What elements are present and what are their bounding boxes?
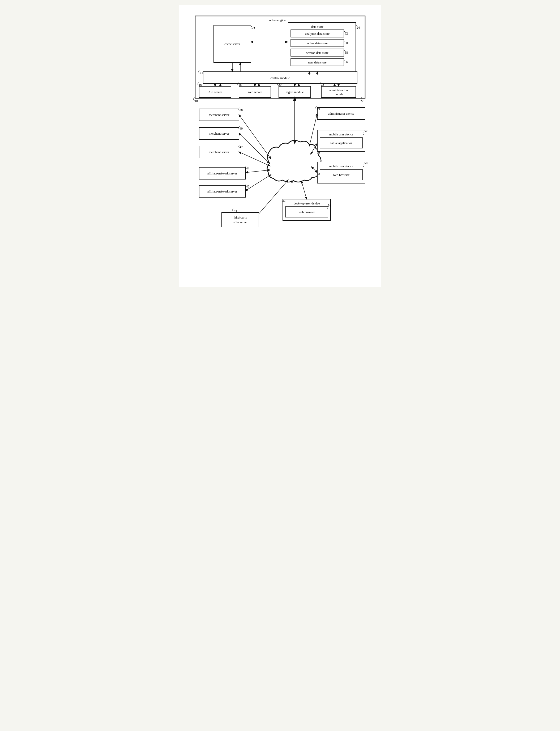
svg-rect-6: [291, 58, 344, 66]
svg-rect-2: [288, 23, 356, 74]
svg-rect-14: [199, 86, 231, 97]
label-52: 52: [364, 129, 367, 133]
svg-rect-27: [199, 109, 239, 121]
label-23: 23: [252, 26, 255, 30]
svg-rect-48: [285, 207, 328, 217]
diagram-svg: 10 12 offers engine cache server 23 data…: [187, 13, 373, 279]
label-10: 10: [195, 99, 198, 103]
web-browser-mobile-label: web browser: [333, 173, 349, 177]
label-36: 36: [317, 107, 320, 110]
web-server-label: web server: [248, 90, 262, 94]
label-32: 32: [282, 199, 285, 203]
svg-rect-34: [199, 185, 246, 197]
thirdparty-label2: offer server: [233, 220, 247, 224]
label-46: 46: [246, 185, 249, 188]
label-54: 54: [328, 204, 331, 207]
mobile-device1-label: mobile user device: [329, 132, 353, 136]
label-24: 24: [357, 26, 360, 29]
label-60: 60: [345, 41, 348, 45]
desktop-device-label: desk-top user device: [293, 202, 320, 205]
svg-rect-42: [320, 138, 362, 148]
svg-line-43: [311, 143, 317, 154]
merchant2-label: merchant server: [209, 132, 229, 135]
mobile-device2-label: mobile user device: [329, 164, 353, 168]
svg-line-35: [246, 170, 270, 173]
svg-rect-41: [317, 130, 365, 151]
native-app-label: native application: [330, 141, 353, 145]
session-ds-label: session data store: [306, 51, 328, 55]
admin-module-label: administration: [329, 88, 348, 92]
svg-line-32: [239, 152, 270, 166]
svg-rect-4: [291, 39, 344, 47]
svg-rect-37: [222, 212, 259, 227]
svg-rect-8: [203, 72, 357, 84]
label-44: 44: [246, 166, 249, 170]
label-30: 30: [317, 172, 320, 176]
merchant1-label: merchant server: [209, 113, 229, 117]
label-62: 62: [345, 32, 348, 35]
ingest-module-label: ingest module: [286, 90, 304, 94]
svg-line-36: [246, 175, 271, 191]
offers-engine-label: offers engine: [269, 18, 286, 22]
api-server-label: API server: [208, 90, 222, 94]
label-18: 18: [238, 83, 242, 87]
affiliate1-label: affiliate-network server: [207, 172, 237, 175]
svg-rect-0: [195, 16, 365, 98]
control-module-label: control module: [270, 76, 290, 80]
svg-rect-47: [283, 199, 331, 220]
label-48: 48: [290, 180, 293, 183]
svg-rect-33: [199, 167, 246, 179]
svg-rect-5: [291, 49, 344, 56]
svg-rect-17: [321, 86, 356, 97]
svg-rect-44: [317, 162, 365, 183]
thirdparty-label: third-party: [233, 216, 247, 219]
data-store-label: data store: [311, 25, 323, 29]
svg-rect-39: [317, 108, 365, 119]
label-22: 22: [321, 83, 324, 87]
svg-line-46: [311, 167, 317, 173]
svg-line-49: [301, 181, 307, 199]
page: 10 12 offers engine cache server 23 data…: [179, 5, 381, 287]
svg-line-30: [239, 115, 271, 159]
svg-rect-16: [279, 86, 311, 97]
affiliate2-label: affiliate-network server: [207, 190, 237, 193]
offers-ds-label: offers data store: [307, 41, 327, 45]
label-20: 20: [278, 83, 281, 87]
svg-rect-29: [199, 146, 239, 158]
analytics-ds-label: analytics data store: [305, 32, 330, 36]
label-40: 40: [240, 127, 243, 130]
label-56: 56: [345, 60, 348, 64]
svg-rect-3: [291, 30, 344, 37]
svg-line-40: [309, 113, 317, 146]
cache-server-label: cache server: [224, 42, 240, 46]
svg-line-38: [259, 180, 288, 214]
web-browser-desktop-label: web browser: [298, 210, 315, 214]
svg-rect-15: [239, 86, 271, 97]
label-50: 50: [364, 161, 367, 165]
label-34: 34: [234, 209, 237, 213]
diagram: 10 12 offers engine cache server 23 data…: [187, 13, 373, 279]
label-38: 38: [240, 108, 243, 112]
label-58: 58: [345, 51, 348, 54]
label-28: 28: [317, 151, 320, 154]
label-16: 16: [199, 83, 202, 87]
svg-rect-45: [320, 169, 362, 180]
merchant3-label: merchant server: [209, 150, 229, 154]
user-ds-label: user data store: [308, 61, 326, 64]
admin-device-label: administrator device: [328, 112, 354, 116]
label-12: 12: [360, 99, 364, 103]
svg-rect-1: [214, 25, 251, 62]
admin-module-label2: module: [334, 92, 343, 96]
svg-rect-28: [199, 127, 239, 139]
svg-line-31: [239, 133, 270, 163]
label-42: 42: [240, 145, 243, 149]
label-14: 14: [200, 71, 203, 75]
